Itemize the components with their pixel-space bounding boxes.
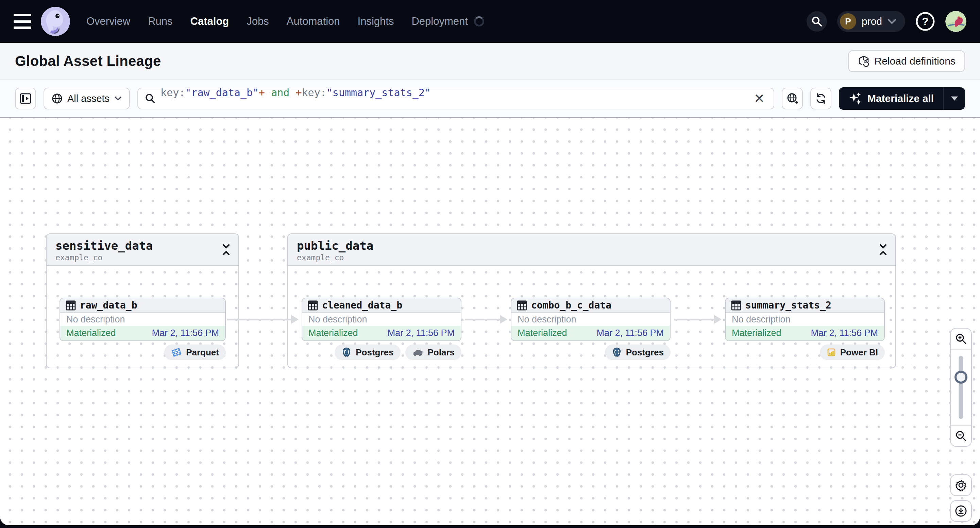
search-query-text[interactable]: key:"raw_data_b"+ and +key:"summary_stat…: [161, 87, 747, 110]
integration-badge-powerbi: Power BI: [820, 344, 885, 360]
nav-item-catalog[interactable]: Catalog: [191, 15, 229, 27]
materialize-all-button[interactable]: Materialize all: [839, 92, 943, 105]
group-subtitle: example_co: [56, 253, 239, 262]
question-mark-icon: ?: [915, 11, 935, 31]
nav-item-overview[interactable]: Overview: [86, 15, 130, 27]
materialize-all-label: Materialize all: [867, 93, 934, 104]
search-icon: [145, 93, 156, 104]
user-avatar[interactable]: [945, 11, 966, 32]
badge-label: Postgres: [626, 347, 664, 358]
materialization-timestamp[interactable]: Mar 2, 11:56 PM: [152, 328, 219, 338]
zoom-slider-thumb[interactable]: [955, 371, 967, 384]
materialize-options-button[interactable]: [943, 87, 965, 110]
collapse-group-icon[interactable]: [221, 243, 231, 257]
global-search-button[interactable]: [807, 11, 827, 32]
asset-node-header: raw_data_b: [60, 298, 225, 313]
lineage-toolbar: All assets key:"raw_data_b"+ and +key:"s…: [0, 80, 980, 117]
nav-item-automation[interactable]: Automation: [286, 15, 340, 27]
query-token: key:: [161, 87, 185, 98]
asset-groups-view-button[interactable]: [782, 88, 803, 109]
menu-hamburger-icon[interactable]: [14, 14, 31, 29]
loading-spinner-icon: [474, 16, 484, 27]
materialization-timestamp[interactable]: Mar 2, 11:56 PM: [387, 328, 455, 338]
reload-definitions-button[interactable]: Reload definitions: [848, 50, 966, 72]
chevron-down-icon: [114, 96, 122, 101]
asset-scope-dropdown[interactable]: All assets: [43, 88, 130, 109]
nav-item-insights[interactable]: Insights: [358, 15, 394, 27]
badge-label: Power BI: [840, 347, 878, 358]
top-navigation: Overview Runs Catalog Jobs Automation In…: [0, 0, 980, 43]
asset-description: No description: [302, 313, 461, 326]
sidebar-toggle-button[interactable]: [15, 88, 36, 109]
lineage-edge-raw-to-cleaned: [227, 319, 292, 320]
lineage-canvas[interactable]: sensitive_data example_co raw_data_b: [0, 118, 980, 525]
nav-item-deployment[interactable]: Deployment: [412, 15, 468, 27]
zoom-slider-track[interactable]: [959, 356, 963, 419]
query-token: and: [265, 87, 296, 98]
zoom-out-button[interactable]: [951, 426, 971, 446]
postgres-icon: [612, 347, 622, 357]
globe-plus-icon: [786, 92, 799, 105]
asset-node-cleaned-data-b[interactable]: cleaned_data_b No description Materializ…: [302, 298, 461, 341]
download-graph-button[interactable]: [950, 500, 972, 522]
integration-badge-postgres: Postgres: [605, 344, 671, 360]
asset-scope-label: All assets: [67, 93, 110, 104]
group-subtitle: example_co: [297, 253, 895, 262]
integration-badge-postgres: Postgres: [335, 344, 400, 360]
query-token: key:: [302, 87, 326, 98]
integration-badge-polars: Polars: [405, 344, 462, 360]
collapse-group-icon[interactable]: [878, 243, 888, 257]
environment-label: prod: [862, 16, 882, 27]
sparkles-icon: [848, 92, 862, 105]
asset-status-row: Materialized Mar 2, 11:56 PM: [60, 326, 225, 341]
table-icon: [517, 300, 527, 311]
page-title: Global Asset Lineage: [15, 53, 161, 69]
zoom-in-button[interactable]: [951, 328, 971, 349]
nav-item-runs[interactable]: Runs: [148, 15, 172, 27]
asset-node-summary-stats-2[interactable]: summary_stats_2 No description Materiali…: [725, 298, 885, 341]
asset-status-row: Materialized Mar 2, 11:56 PM: [302, 326, 461, 341]
integration-badges: Parquet: [59, 344, 226, 360]
status-badge: Materialized: [309, 328, 358, 338]
nav-item-jobs[interactable]: Jobs: [247, 15, 269, 27]
status-badge: Materialized: [66, 328, 116, 338]
chevron-down-icon: [888, 19, 896, 24]
environment-switcher[interactable]: P prod: [837, 11, 905, 32]
table-icon: [731, 300, 741, 311]
integration-badge-parquet: Parquet: [164, 344, 226, 360]
asset-search-input[interactable]: key:"raw_data_b"+ and +key:"summary_stat…: [137, 88, 774, 109]
badge-label: Parquet: [186, 347, 219, 358]
asset-name: combo_b_c_data: [531, 300, 611, 311]
asset-group-public-data: public_data example_co cleaned_data_: [287, 233, 896, 368]
materialize-all-split-button: Materialize all: [839, 87, 965, 110]
asset-name: cleaned_data_b: [322, 300, 402, 311]
graph-settings-button[interactable]: [950, 474, 972, 496]
svg-text:?: ?: [922, 15, 929, 27]
asset-name: raw_data_b: [80, 300, 137, 311]
status-badge: Materialized: [732, 328, 781, 338]
lineage-edge-combo-to-summary: [674, 319, 715, 320]
group-header: sensitive_data example_co: [46, 234, 239, 266]
asset-node-combo-b-c-data[interactable]: combo_b_c_data No description Materializ…: [511, 298, 671, 341]
clear-search-icon[interactable]: ✕: [752, 92, 767, 105]
powerbi-icon: [827, 347, 836, 357]
lineage-edge-cleaned-to-combo: [465, 319, 501, 320]
group-title: sensitive_data: [56, 239, 239, 252]
table-icon: [308, 300, 318, 311]
materialization-timestamp[interactable]: Mar 2, 11:56 PM: [811, 328, 878, 338]
asset-group-sensitive-data: sensitive_data example_co raw_data_b: [46, 233, 239, 368]
search-icon: [811, 16, 822, 27]
zoom-out-icon: [955, 430, 967, 442]
group-header: public_data example_co: [288, 234, 895, 266]
refresh-button[interactable]: [810, 88, 831, 109]
asset-node-raw-data-b[interactable]: raw_data_b No description Materialized M…: [59, 298, 226, 341]
caret-down-icon: [950, 96, 959, 101]
query-token: "summary_stats_2": [326, 87, 431, 98]
help-button[interactable]: ?: [915, 11, 935, 31]
asset-description: No description: [60, 313, 225, 326]
materialization-timestamp[interactable]: Mar 2, 11:56 PM: [597, 328, 664, 338]
reload-definitions-label: Reload definitions: [875, 55, 956, 67]
integration-badges: Postgres Polars: [302, 344, 461, 360]
dagster-logo-icon[interactable]: [41, 7, 70, 36]
asset-description: No description: [725, 313, 884, 326]
